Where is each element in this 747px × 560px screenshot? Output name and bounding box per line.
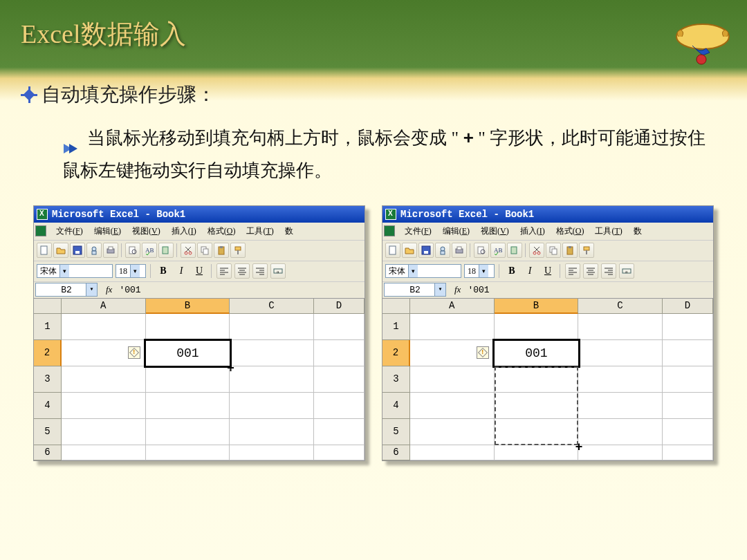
menu-format[interactable]: 格式(O) [551,224,590,239]
cell-D6[interactable] [314,445,365,460]
col-head-C[interactable]: C [230,299,314,314]
cell-D4[interactable] [314,393,365,419]
underline-button[interactable]: U [192,263,207,279]
menu-tools[interactable]: 工具(T) [241,224,279,239]
cell-C4[interactable] [230,393,314,419]
row-head-2[interactable]: 2 [382,340,410,366]
copy-icon[interactable] [546,243,561,258]
spellcheck-icon[interactable]: AB [142,243,157,258]
row-head-6[interactable]: 6 [382,445,410,460]
menu-view[interactable]: 视图(V) [127,224,166,239]
font-name-combo[interactable]: 宋体▾ [385,264,461,278]
cell-A3[interactable] [410,366,495,393]
col-head-C[interactable]: C [578,299,663,314]
cell-B1[interactable] [495,314,579,340]
select-all-corner[interactable] [382,299,410,314]
bold-button[interactable]: B [156,263,171,279]
menu-tools[interactable]: 工具(T) [589,224,627,239]
cell-B2-active[interactable]: 001 [492,339,580,368]
copy-icon[interactable] [197,243,212,258]
new-doc-icon[interactable] [37,243,52,258]
open-icon[interactable] [53,243,68,258]
cell-B4[interactable] [146,393,230,419]
row-head-2[interactable]: 2 [34,340,62,366]
fx-label[interactable]: fx [454,284,461,295]
col-head-D[interactable]: D [663,299,713,314]
font-size-combo[interactable]: 18▾ [464,264,495,278]
format-painter-icon[interactable] [579,243,594,258]
bold-button[interactable]: B [504,263,519,279]
cell-B2-active[interactable]: 001 + [144,339,231,368]
smart-tag-icon[interactable] [128,346,140,359]
menu-insert[interactable]: 插入(I) [166,224,202,239]
row-head-5[interactable]: 5 [382,419,410,445]
menu-edit[interactable]: 编辑(E) [89,224,127,239]
row-head-5[interactable]: 5 [34,419,62,445]
cell-A1[interactable] [410,314,495,340]
cell-B5[interactable]: + [495,419,579,445]
row-head-4[interactable]: 4 [34,393,62,419]
fill-handle-cursor-icon[interactable]: + [573,442,584,453]
menu-file[interactable]: 文件(F) [50,224,89,239]
italic-button[interactable]: I [174,263,189,279]
print-preview-icon[interactable] [125,243,140,258]
row-head-4[interactable]: 4 [382,393,410,419]
cell-C5[interactable] [578,419,663,445]
fx-label[interactable]: fx [106,284,112,295]
col-head-A[interactable]: A [62,299,146,314]
permission-icon[interactable] [86,243,102,258]
new-doc-icon[interactable] [385,243,400,258]
cell-A5[interactable] [410,419,495,445]
smart-tag-icon[interactable] [477,346,489,359]
paste-icon[interactable] [214,243,229,258]
align-right-button[interactable] [601,263,616,279]
underline-button[interactable]: U [540,263,555,279]
cut-icon[interactable] [529,243,544,258]
cell-D2[interactable] [663,340,713,366]
cell-D2[interactable] [314,340,365,366]
col-head-D[interactable]: D [314,299,365,314]
paste-icon[interactable] [562,243,578,258]
fill-handle-cursor-icon[interactable]: + [225,363,237,374]
menu-file[interactable]: 文件(F) [399,224,437,239]
cell-C2[interactable] [579,340,663,366]
formula-value[interactable]: '001 [119,285,140,295]
cell-A2[interactable] [410,340,494,366]
cell-D5[interactable] [663,419,713,445]
cell-B6[interactable] [146,445,230,460]
merge-center-button[interactable]: a [619,263,634,279]
menu-extra[interactable]: 数 [279,224,299,239]
menu-format[interactable]: 格式(O) [202,224,241,239]
align-left-button[interactable] [216,263,232,279]
cell-B4[interactable] [495,393,579,419]
permission-icon[interactable] [435,243,450,258]
cell-D3[interactable] [314,366,365,393]
cell-A4[interactable] [62,393,146,419]
save-icon[interactable] [70,243,85,258]
cell-C1[interactable] [230,314,314,340]
cell-C3[interactable] [578,366,663,393]
cell-C5[interactable] [230,419,314,445]
spellcheck-icon[interactable]: AB [490,243,506,258]
row-head-1[interactable]: 1 [34,314,62,340]
align-center-button[interactable] [234,263,250,279]
cell-D5[interactable] [314,419,365,445]
select-all-corner[interactable] [34,299,62,314]
cell-C2[interactable] [230,340,314,366]
cell-B3[interactable] [495,366,579,393]
excel-grid[interactable]: A B C D 1 2 [382,299,713,460]
menu-view[interactable]: 视图(V) [475,224,515,239]
cell-B3[interactable] [146,366,230,393]
formula-value[interactable]: '001 [468,285,489,295]
menu-insert[interactable]: 插入(I) [515,224,551,239]
font-name-combo[interactable]: 宋体▾ [37,264,113,278]
cell-C6[interactable] [578,445,663,460]
align-left-button[interactable] [565,263,580,279]
save-icon[interactable] [418,243,434,258]
col-head-B[interactable]: B [146,299,230,314]
cell-C1[interactable] [578,314,663,340]
print-preview-icon[interactable] [474,243,489,258]
cell-A6[interactable] [410,445,495,460]
cell-D4[interactable] [663,393,713,419]
italic-button[interactable]: I [522,263,537,279]
